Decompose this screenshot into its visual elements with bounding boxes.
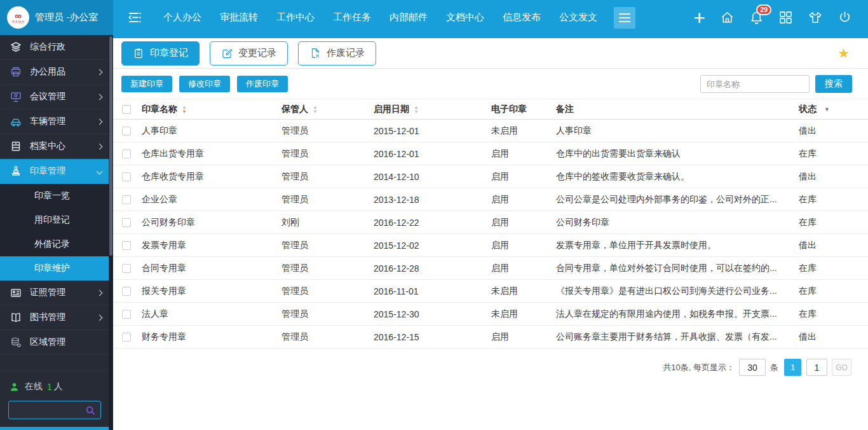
seal-name-search-input[interactable] bbox=[700, 75, 810, 93]
tab-change-records[interactable]: 变更记录 bbox=[210, 41, 288, 66]
cell-status: 在库 bbox=[799, 263, 859, 274]
table-row[interactable]: 仓库收货专用章 管理员 2014-12-10 启用 仓库中的签收需要收货章来确认… bbox=[113, 165, 868, 188]
more-menu-button[interactable] bbox=[614, 7, 635, 29]
sidebar-search-input[interactable] bbox=[14, 405, 85, 415]
submenu-item-seal-overview[interactable]: 印章一览 bbox=[0, 184, 113, 208]
table-row[interactable]: 法人章 管理员 2015-12-30 未启用 法人章在规定的有限用途内使用，如税… bbox=[113, 303, 868, 326]
column-header-status[interactable]: 状态 bbox=[799, 104, 817, 115]
submenu-item-seal-usage-register[interactable]: 用印登记 bbox=[0, 208, 113, 232]
row-checkbox[interactable] bbox=[122, 264, 131, 273]
collapse-sidebar-icon[interactable] bbox=[126, 11, 144, 24]
search-button[interactable]: 搜索 bbox=[815, 75, 852, 93]
nav-info-publish[interactable]: 信息发布 bbox=[503, 11, 541, 24]
row-checkbox[interactable] bbox=[122, 127, 131, 135]
sidebar-item-region-mgmt[interactable]: 区域管理 bbox=[0, 330, 113, 355]
table-row[interactable]: 报关专用章 管理员 2016-11-01 未启用 《报关专用章》是有进出口权公司… bbox=[113, 280, 868, 303]
row-checkbox[interactable] bbox=[122, 241, 131, 250]
row-checkbox[interactable] bbox=[122, 149, 131, 158]
submenu-item-seal-maintenance[interactable]: 印章维护 bbox=[0, 256, 113, 281]
sidebar-footer: 在线 1 人 bbox=[0, 371, 109, 427]
table-row[interactable]: 仓库出货专用章 管理员 2016-12-01 启用 仓库中的出货需要出货章来确认… bbox=[113, 142, 868, 165]
cell-remark: 人事印章 bbox=[556, 125, 799, 137]
go-button[interactable]: GO bbox=[832, 359, 851, 376]
table-row[interactable]: 人事印章 管理员 2015-12-01 未启用 人事印章 借出 bbox=[113, 120, 868, 142]
table-row[interactable]: 企业公章 管理员 2013-12-18 启用 公司公章是公司处理内外部事务的印鉴… bbox=[113, 188, 868, 211]
table-row[interactable]: 发票专用章 管理员 2015-12-02 启用 发票专用章，单位用于开具发票时使… bbox=[113, 234, 868, 257]
tab-label: 作废记录 bbox=[327, 47, 365, 59]
tab-seal-register[interactable]: 印章登记 bbox=[121, 41, 200, 66]
cell-remark: 法人章在规定的有限用途内使用，如税务申报。开支票... bbox=[556, 309, 799, 320]
favorite-star-icon[interactable]: ★ bbox=[837, 46, 860, 60]
page-size-input[interactable] bbox=[739, 359, 766, 376]
cell-keeper: 管理员 bbox=[281, 263, 374, 274]
cell-remark: 《报关专用章》是有进出口权公司到海关进行公司业务... bbox=[556, 286, 799, 297]
page-number-input[interactable] bbox=[806, 359, 827, 376]
sidebar-item-label: 办公用品 bbox=[30, 66, 65, 78]
sidebar-item-vehicle-mgmt[interactable]: 车辆管理 bbox=[0, 109, 113, 134]
add-icon[interactable]: + bbox=[693, 10, 705, 26]
sidebar-item-office-supplies[interactable]: 办公用品 bbox=[0, 60, 113, 85]
cell-start-date: 2016-12-22 bbox=[374, 218, 491, 228]
sidebar-item-general-admin[interactable]: 综合行政 bbox=[0, 35, 113, 60]
pagination-bar: 共10条, 每页显示： 条 1 GO bbox=[113, 349, 868, 376]
status-filter-caret-icon[interactable]: ▼ bbox=[824, 106, 830, 113]
cell-remark: 发票专用章，单位用于开具发票时使用。 bbox=[556, 240, 799, 251]
nav-official-dispatch[interactable]: 公文发文 bbox=[559, 11, 597, 24]
new-seal-button[interactable]: 新建印章 bbox=[121, 76, 172, 92]
row-checkbox[interactable] bbox=[122, 172, 131, 181]
logout-power-icon[interactable] bbox=[837, 10, 852, 25]
sidebar-item-seal-mgmt[interactable]: 印章管理 bbox=[0, 159, 113, 184]
void-seal-button[interactable]: 作废印章 bbox=[237, 76, 288, 92]
row-checkbox[interactable] bbox=[122, 287, 131, 296]
column-header-keeper[interactable]: 保管人 bbox=[281, 104, 308, 115]
sidebar-search-box bbox=[8, 401, 101, 419]
table-row[interactable]: 公司财务印章 刘刚 2016-12-22 启用 公司财务印章 在库 bbox=[113, 211, 868, 234]
search-icon[interactable] bbox=[85, 405, 95, 415]
cell-eseal: 启用 bbox=[491, 240, 556, 251]
brand-area: ∞ 华天动力 管理员 -办公室 bbox=[0, 0, 113, 35]
sidebar-item-archive-center[interactable]: 档案中心 bbox=[0, 134, 113, 159]
sort-icon-keeper[interactable]: ▲▼ bbox=[313, 105, 318, 114]
cell-eseal: 启用 bbox=[491, 171, 556, 183]
sidebar-item-license-mgmt[interactable]: 证照管理 bbox=[0, 281, 113, 305]
sort-icon-start-date[interactable]: ▲▼ bbox=[414, 105, 419, 114]
nav-document-center[interactable]: 文档中心 bbox=[446, 11, 484, 24]
notifications-bell-icon[interactable]: 29 bbox=[749, 10, 764, 25]
sidebar-scrollbar-track bbox=[109, 35, 113, 430]
chevron-right-icon bbox=[97, 94, 103, 100]
book-icon bbox=[10, 312, 22, 324]
cell-status: 在库 bbox=[799, 309, 859, 320]
home-icon[interactable] bbox=[720, 10, 735, 25]
current-page-button[interactable]: 1 bbox=[784, 359, 801, 376]
sidebar-scrollbar-thumb[interactable] bbox=[109, 36, 112, 256]
row-checkbox[interactable] bbox=[122, 195, 131, 204]
tab-void-records[interactable]: 作废记录 bbox=[298, 41, 376, 66]
nav-personal-office[interactable]: 个人办公 bbox=[163, 11, 201, 24]
table-row[interactable]: 合同专用章 管理员 2016-12-28 启用 合同专用章，单位对外签订合同时使… bbox=[113, 257, 868, 280]
row-checkbox[interactable] bbox=[122, 218, 131, 227]
table-row[interactable]: 财务专用章 管理员 2016-12-15 启用 公司账务章主要用于财务结算，开具… bbox=[113, 326, 868, 349]
row-checkbox[interactable] bbox=[122, 310, 131, 319]
select-all-checkbox[interactable] bbox=[122, 105, 131, 114]
edit-seal-button[interactable]: 修改印章 bbox=[179, 76, 230, 92]
tabs-bar: 印章登记 变更记录 作废记录 ★ bbox=[113, 38, 868, 69]
apps-grid-icon[interactable] bbox=[778, 10, 793, 25]
column-header-start-date[interactable]: 启用日期 bbox=[374, 104, 409, 115]
nav-internal-mail[interactable]: 内部邮件 bbox=[390, 11, 428, 24]
row-checkbox[interactable] bbox=[122, 333, 131, 342]
submenu-item-label: 印章一览 bbox=[34, 190, 70, 202]
sort-icon-name[interactable]: ▲▼ bbox=[182, 105, 187, 114]
cell-remark: 合同专用章，单位对外签订合同时使用，可以在签约的... bbox=[556, 263, 799, 274]
nav-work-center[interactable]: 工作中心 bbox=[276, 11, 315, 24]
column-header-name[interactable]: 印章名称 bbox=[142, 104, 177, 115]
sidebar-item-meeting-mgmt[interactable]: 会议管理 bbox=[0, 85, 113, 109]
nav-work-tasks[interactable]: 工作任务 bbox=[333, 11, 371, 24]
theme-shirt-icon[interactable] bbox=[808, 10, 823, 25]
cell-status: 在库 bbox=[799, 194, 859, 205]
submenu-item-lending-records[interactable]: 外借记录 bbox=[0, 232, 113, 256]
notification-count-badge: 29 bbox=[756, 4, 771, 15]
nav-approval-flow[interactable]: 审批流转 bbox=[220, 11, 258, 24]
sidebar-item-book-mgmt[interactable]: 图书管理 bbox=[0, 305, 113, 330]
archive-cabinet-icon bbox=[10, 141, 22, 153]
sidebar: 综合行政 办公用品 会议管理 bbox=[0, 35, 113, 430]
